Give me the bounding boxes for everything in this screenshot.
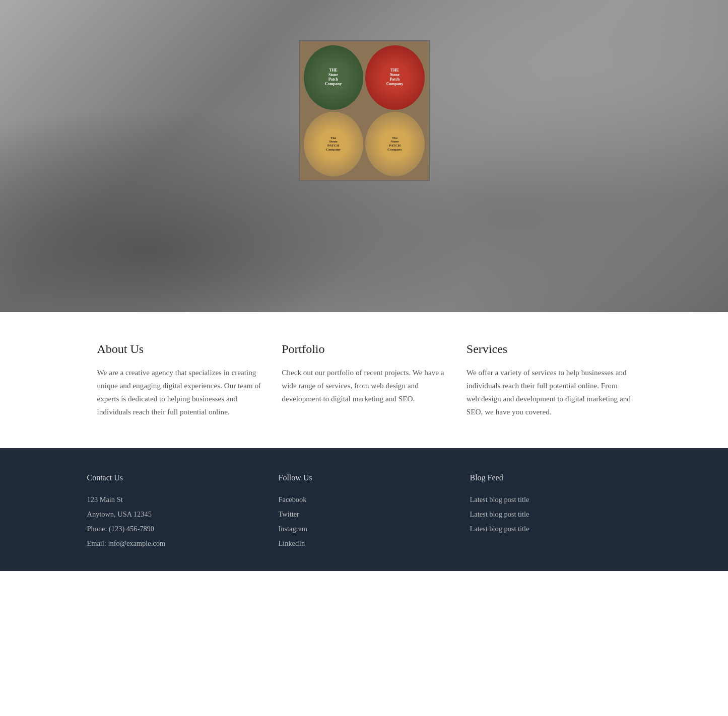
twitter-link[interactable]: Twitter xyxy=(279,507,450,522)
footer-contact-col: Contact Us 123 Main St Anytown, USA 1234… xyxy=(87,473,258,550)
blog-post-3[interactable]: Latest blog post title xyxy=(470,522,641,536)
portfolio-heading: Portfolio xyxy=(282,342,446,356)
services-body: We offer a variety of services to help b… xyxy=(467,366,631,418)
contact-address1: 123 Main St xyxy=(87,492,258,507)
facebook-link[interactable]: Facebook xyxy=(279,492,450,507)
services-heading: Services xyxy=(467,342,631,356)
blog-heading: Blog Feed xyxy=(470,473,641,482)
about-heading: About Us xyxy=(97,342,262,356)
portfolio-column: Portfolio Check out our portfolio of rec… xyxy=(282,342,446,418)
contact-email: Email: info@example.com xyxy=(87,536,258,551)
logo-patches-grid: THEStonePatchCompany THEStonePatchCompan… xyxy=(300,41,429,180)
blog-post-2[interactable]: Latest blog post title xyxy=(470,507,641,522)
linkedin-link[interactable]: LinkedIn xyxy=(279,536,450,551)
footer-blog-col: Blog Feed Latest blog post title Latest … xyxy=(470,473,641,550)
social-heading: Follow Us xyxy=(279,473,450,482)
hero-section: THEStonePatchCompany THEStonePatchCompan… xyxy=(0,0,728,312)
blog-post-1[interactable]: Latest blog post title xyxy=(470,492,641,507)
patch-3: TheStonePATCHCompany xyxy=(304,112,363,176)
portfolio-body: Check out our portfolio of recent projec… xyxy=(282,366,446,405)
instagram-link[interactable]: Instagram xyxy=(279,522,450,536)
services-column: Services We offer a variety of services … xyxy=(467,342,631,418)
footer-social-col: Follow Us Facebook Twitter Instagram Lin… xyxy=(279,473,450,550)
patch-2: THEStonePatchCompany xyxy=(365,45,425,110)
columns-section: About Us We are a creative agency that s… xyxy=(87,312,641,448)
contact-address2: Anytown, USA 12345 xyxy=(87,507,258,522)
contact-phone: Phone: (123) 456-7890 xyxy=(87,522,258,536)
contact-heading: Contact Us xyxy=(87,473,258,482)
patch-4: TheStonePATCHCompany xyxy=(365,112,425,176)
about-body: We are a creative agency that specialize… xyxy=(97,366,262,418)
about-column: About Us We are a creative agency that s… xyxy=(97,342,262,418)
footer-inner: Contact Us 123 Main St Anytown, USA 1234… xyxy=(87,473,641,550)
hero-logo: THEStonePatchCompany THEStonePatchCompan… xyxy=(299,40,430,181)
footer: Contact Us 123 Main St Anytown, USA 1234… xyxy=(0,448,728,570)
patch-1: THEStonePatchCompany xyxy=(304,45,363,110)
